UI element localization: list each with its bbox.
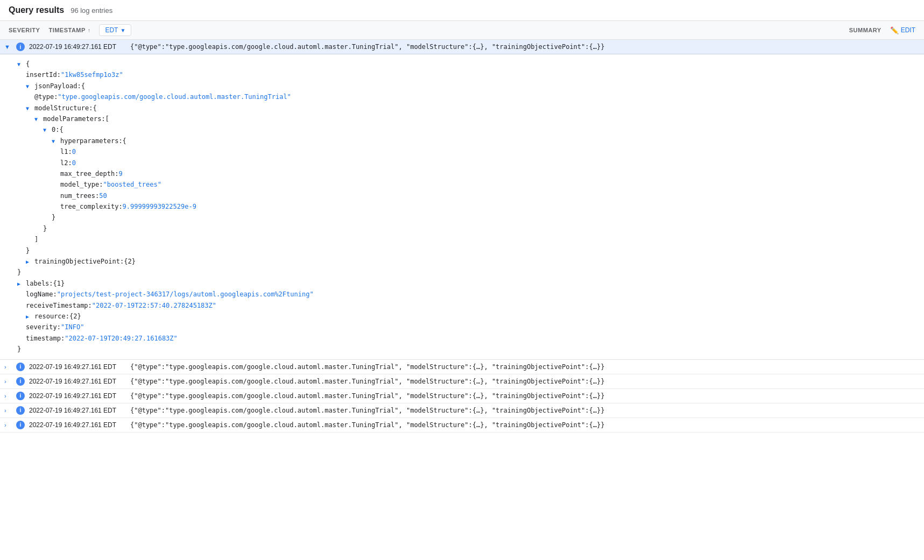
timestamp-cell: 2022-07-19 16:49:27.161 EDT xyxy=(29,421,126,429)
collapsed-summary: {"@type":"type.googleapis.com/google.clo… xyxy=(130,378,920,385)
json-tree-line: max_tree_depth: 9 xyxy=(17,168,915,179)
severity-badge: i xyxy=(16,392,25,400)
log-row-inner[interactable]: › i 2022-07-19 16:49:27.161 EDT {"@type"… xyxy=(0,403,924,417)
edit-button[interactable]: ✏️ EDIT xyxy=(890,26,915,34)
collapsed-summary: {"@type":"type.googleapis.com/google.clo… xyxy=(130,363,920,371)
log-row[interactable]: › i 2022-07-19 16:49:27.161 EDT {"@type"… xyxy=(0,389,924,403)
edt-dropdown-button[interactable]: EDT ▼ xyxy=(99,24,131,36)
timestamp-cell: 2022-07-19 16:49:27.161 EDT xyxy=(29,392,126,400)
json-tree-line: receiveTimestamp: "2022-07-19T22:57:40.2… xyxy=(17,300,915,311)
expand-icon[interactable]: › xyxy=(4,393,12,399)
expanded-row-header: ▼ i 2022-07-19 16:49:27.161 EDT {"@type"… xyxy=(0,40,924,54)
page-title: Query results xyxy=(9,5,64,15)
json-tree-line: } xyxy=(17,223,915,234)
severity-column-label: SEVERITY xyxy=(9,27,40,33)
expand-tri-icon[interactable]: ▶ xyxy=(26,257,32,266)
expanded-summary: {"@type":"type.googleapis.com/google.clo… xyxy=(130,43,920,51)
severity-badge: i xyxy=(16,377,25,386)
log-row-inner[interactable]: › i 2022-07-19 16:49:27.161 EDT {"@type"… xyxy=(0,418,924,432)
json-tree-line: } xyxy=(17,245,915,256)
json-close-brace: } xyxy=(17,267,21,278)
sort-arrow-icon: ↑ xyxy=(88,27,91,33)
json-tree-line: logName: "projects/test-project-346317/l… xyxy=(17,289,915,300)
severity-badge: i xyxy=(16,421,25,429)
json-tree-line: ▶resource: {2} xyxy=(17,311,915,322)
log-entries-list: › i 2022-07-19 16:49:27.161 EDT {"@type"… xyxy=(0,360,924,433)
json-tree-line: @type: "type.googleapis.com/google.cloud… xyxy=(17,91,915,102)
json-tree-line: tree_complexity: 9.99999993922529e-9 xyxy=(17,201,915,212)
severity-badge: i xyxy=(16,363,25,371)
timestamp-column-label: TIMESTAMP ↑ xyxy=(48,27,90,33)
json-tree-line: ] xyxy=(17,234,915,245)
edit-icon: ✏️ xyxy=(890,26,899,34)
json-tree: ▼{insertId: "1kw85sefmp1o3z"▼jsonPayload… xyxy=(0,54,924,360)
json-tree-line: ▶trainingObjectivePoint: {2} xyxy=(17,256,915,267)
json-tree-line: ▶labels: {1} xyxy=(17,278,915,289)
json-tree-line: num_trees: 50 xyxy=(17,190,915,201)
expand-tri-icon[interactable]: ▼ xyxy=(26,82,32,91)
collapse-icon[interactable]: ▼ xyxy=(4,44,12,50)
log-row[interactable]: › i 2022-07-19 16:49:27.161 EDT {"@type"… xyxy=(0,418,924,433)
json-tree-line: ▼hyperparameters: { xyxy=(17,136,915,146)
log-row-inner[interactable]: › i 2022-07-19 16:49:27.161 EDT {"@type"… xyxy=(0,389,924,403)
log-row[interactable]: › i 2022-07-19 16:49:27.161 EDT {"@type"… xyxy=(0,374,924,389)
json-tree-line: } xyxy=(17,212,915,223)
summary-column-label: SUMMARY xyxy=(849,27,881,33)
header: Query results 96 log entries xyxy=(0,0,924,21)
log-row-inner[interactable]: › i 2022-07-19 16:49:27.161 EDT {"@type"… xyxy=(0,360,924,374)
json-tree-line: } xyxy=(17,267,915,278)
dropdown-arrow-icon: ▼ xyxy=(120,27,125,33)
json-tree-line: ▼0: { xyxy=(17,124,915,135)
json-tree-line: ▼jsonPayload: { xyxy=(17,81,915,91)
expand-icon[interactable]: › xyxy=(4,364,12,370)
timestamp-cell: 2022-07-19 16:49:27.161 EDT xyxy=(29,363,126,371)
json-close-brace: } xyxy=(43,223,47,234)
expanded-timestamp: 2022-07-19 16:49:27.161 EDT xyxy=(29,43,126,51)
expand-icon[interactable]: › xyxy=(4,422,12,428)
timestamp-cell: 2022-07-19 16:49:27.161 EDT xyxy=(29,378,126,385)
expand-tri-icon[interactable]: ▼ xyxy=(17,60,24,69)
expand-icon[interactable]: › xyxy=(4,407,12,414)
json-close-brace: } xyxy=(17,344,21,355)
expand-tri-icon[interactable]: ▼ xyxy=(34,115,41,124)
expanded-log-entry: ▼ i 2022-07-19 16:49:27.161 EDT {"@type"… xyxy=(0,40,924,360)
json-tree-line: insertId: "1kw85sefmp1o3z" xyxy=(17,69,915,80)
expand-tri-icon[interactable]: ▼ xyxy=(52,137,58,146)
timestamp-cell: 2022-07-19 16:49:27.161 EDT xyxy=(29,407,126,414)
expand-tri-icon[interactable]: ▶ xyxy=(17,279,24,288)
log-row-inner[interactable]: › i 2022-07-19 16:49:27.161 EDT {"@type"… xyxy=(0,374,924,388)
json-tree-line: timestamp: "2022-07-19T20:49:27.161683Z" xyxy=(17,333,915,344)
json-tree-line: ▼{ xyxy=(17,59,915,69)
expand-tri-icon[interactable]: ▶ xyxy=(26,312,32,321)
json-tree-line: l1: 0 xyxy=(17,146,915,157)
log-count: 96 log entries xyxy=(70,6,112,15)
severity-badge: i xyxy=(16,406,25,415)
json-tree-line: ▼modelStructure: { xyxy=(17,103,915,114)
collapsed-summary: {"@type":"type.googleapis.com/google.clo… xyxy=(130,407,920,414)
collapsed-summary: {"@type":"type.googleapis.com/google.clo… xyxy=(130,392,920,400)
json-tree-line: l2: 0 xyxy=(17,158,915,168)
json-tree-line: severity: "INFO" xyxy=(17,322,915,332)
collapsed-summary: {"@type":"type.googleapis.com/google.clo… xyxy=(130,421,920,429)
json-tree-line: model_type: "boosted_trees" xyxy=(17,179,915,190)
json-tree-line: } xyxy=(17,344,915,355)
expand-tri-icon[interactable]: ▼ xyxy=(26,104,32,113)
json-tree-line: ▼modelParameters: [ xyxy=(17,114,915,124)
log-row[interactable]: › i 2022-07-19 16:49:27.161 EDT {"@type"… xyxy=(0,403,924,418)
log-row[interactable]: › i 2022-07-19 16:49:27.161 EDT {"@type"… xyxy=(0,360,924,374)
json-close-brace: } xyxy=(26,245,30,256)
toolbar: SEVERITY TIMESTAMP ↑ EDT ▼ SUMMARY ✏️ ED… xyxy=(0,21,924,40)
expand-tri-icon[interactable]: ▼ xyxy=(43,125,50,134)
json-close-brace: ] xyxy=(34,234,38,245)
severity-badge: i xyxy=(16,42,25,51)
json-close-brace: } xyxy=(52,212,55,223)
expand-icon[interactable]: › xyxy=(4,378,12,385)
